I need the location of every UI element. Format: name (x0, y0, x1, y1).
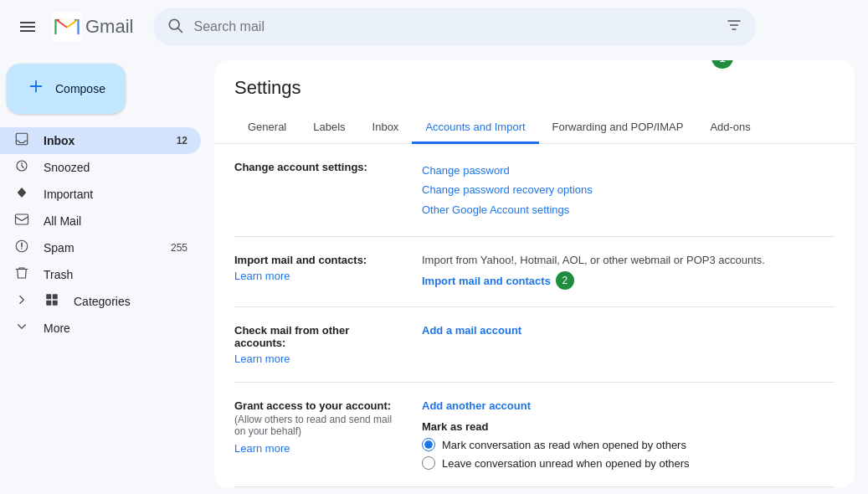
sidebar-item-trash[interactable]: Trash (0, 261, 201, 288)
import-action-link[interactable]: Import mail and contacts (422, 275, 551, 287)
step-badge-1: 1 (711, 60, 733, 69)
compose-button[interactable]: Compose (7, 64, 126, 114)
more-chevron-icon (13, 319, 30, 338)
mark-as-read-label: Mark as read (422, 420, 835, 433)
check-other-label: Check mail from other accounts: Learn mo… (234, 324, 402, 365)
sidebar-item-snoozed[interactable]: Snoozed (0, 154, 201, 181)
more-label: More (44, 322, 187, 335)
spam-count: 255 (171, 242, 187, 254)
spam-icon (13, 239, 30, 258)
settings-tabs: General Labels Inbox Accounts and Import… (214, 112, 855, 144)
mark-as-read-options: Mark conversation as read when opened by… (422, 438, 835, 470)
tab-addons[interactable]: Add-ons (696, 112, 763, 144)
google-account-link[interactable]: Other Google Account settings (422, 200, 835, 219)
compose-label: Compose (55, 82, 105, 95)
topbar: Gmail (0, 0, 868, 54)
categories-icon (44, 292, 60, 311)
snoozed-icon (13, 158, 30, 178)
inbox-label: Inbox (44, 134, 163, 147)
grant-access-sublabel: (Allow others to read and send mail on y… (234, 414, 402, 437)
settings-row-import: Import mail and contacts: Learn more Imp… (234, 237, 835, 307)
tab-labels[interactable]: Labels (300, 112, 358, 144)
svg-point-13 (21, 248, 23, 250)
tab-forwarding[interactable]: Forwarding and POP/IMAP (539, 112, 697, 144)
change-account-label: Change account settings: (234, 161, 402, 219)
change-account-value: Change password Change password recovery… (422, 161, 835, 219)
snoozed-label: Snoozed (44, 161, 187, 174)
settings-row-check-other: Check mail from other accounts: Learn mo… (234, 307, 835, 383)
categories-expand-icon (13, 292, 30, 311)
svg-rect-16 (46, 300, 51, 305)
sidebar-item-important[interactable]: Important (0, 181, 201, 208)
compose-plus-icon (27, 77, 45, 100)
sidebar-item-allmail[interactable]: All Mail (0, 208, 201, 234)
search-icon (167, 17, 183, 38)
check-other-learn-more-link[interactable]: Learn more (234, 352, 402, 365)
sidebar-item-categories[interactable]: Categories (0, 288, 201, 315)
radio-leave-unread-label: Leave conversation unread when opened by… (442, 457, 690, 470)
tab-general[interactable]: General (234, 112, 300, 144)
settings-row-grant-access: Grant access to your account: (Allow oth… (234, 383, 835, 487)
settings-panel: Settings 1 General Labels Inbox Accounts… (214, 60, 855, 487)
radio-leave-unread[interactable]: Leave conversation unread when opened by… (422, 456, 835, 470)
radio-leave-unread-input[interactable] (422, 456, 435, 470)
spam-label: Spam (44, 241, 157, 255)
settings-row-change-account: Change account settings: Change password… (234, 144, 835, 237)
check-other-value: Add a mail account (422, 324, 835, 365)
grant-access-value: Add another account Mark as read Mark co… (422, 399, 835, 470)
important-icon (13, 185, 30, 204)
import-label: Import mail and contacts: Learn more (234, 254, 402, 290)
svg-line-4 (178, 28, 182, 32)
svg-rect-15 (53, 294, 58, 299)
import-value: Import from Yahoo!, Hotmail, AOL, or oth… (422, 254, 835, 290)
sidebar: Compose Inbox 12 Snoozed (0, 54, 214, 494)
sidebar-item-spam[interactable]: Spam 255 (0, 234, 201, 261)
gmail-logo: Gmail (52, 12, 133, 42)
settings-header: Settings 1 (214, 60, 855, 112)
change-recovery-link[interactable]: Change password recovery options (422, 180, 835, 199)
inbox-count: 12 (177, 135, 187, 147)
hamburger-button[interactable] (13, 13, 42, 41)
svg-rect-10 (16, 214, 28, 224)
tab-accounts-import[interactable]: Accounts and Import (412, 112, 538, 144)
trash-label: Trash (44, 268, 187, 281)
svg-rect-17 (53, 300, 58, 305)
sidebar-item-more[interactable]: More (0, 315, 201, 342)
search-input[interactable] (193, 19, 716, 34)
search-bar (153, 8, 756, 46)
main-layout: Compose Inbox 12 Snoozed (0, 54, 868, 494)
inbox-icon (13, 131, 30, 151)
import-learn-more-link[interactable]: Learn more (234, 270, 402, 282)
radio-mark-read-label: Mark conversation as read when opened by… (442, 439, 686, 451)
change-password-link[interactable]: Change password (422, 161, 835, 180)
categories-label: Categories (74, 295, 187, 308)
tab-inbox[interactable]: Inbox (359, 112, 413, 144)
allmail-icon (13, 212, 30, 231)
grant-access-learn-more-link[interactable]: Learn more (234, 442, 402, 455)
settings-title: Settings (234, 77, 301, 99)
trash-icon (13, 265, 30, 285)
svg-rect-14 (46, 294, 51, 299)
import-description: Import from Yahoo!, Hotmail, AOL, or oth… (422, 254, 835, 266)
step-badge-2: 2 (556, 271, 574, 290)
important-label: Important (44, 188, 187, 201)
filter-icon[interactable] (726, 17, 742, 38)
radio-mark-read-input[interactable] (422, 438, 435, 451)
settings-body: Change account settings: Change password… (214, 144, 855, 487)
gmail-m-icon (52, 12, 82, 42)
add-another-account-link[interactable]: Add another account (422, 399, 531, 412)
logo-text: Gmail (85, 16, 133, 38)
radio-mark-read[interactable]: Mark conversation as read when opened by… (422, 438, 835, 451)
add-mail-account-link[interactable]: Add a mail account (422, 324, 521, 337)
grant-access-label: Grant access to your account: (Allow oth… (234, 399, 402, 470)
sidebar-item-inbox[interactable]: Inbox 12 (0, 127, 201, 154)
allmail-label: All Mail (44, 214, 187, 228)
